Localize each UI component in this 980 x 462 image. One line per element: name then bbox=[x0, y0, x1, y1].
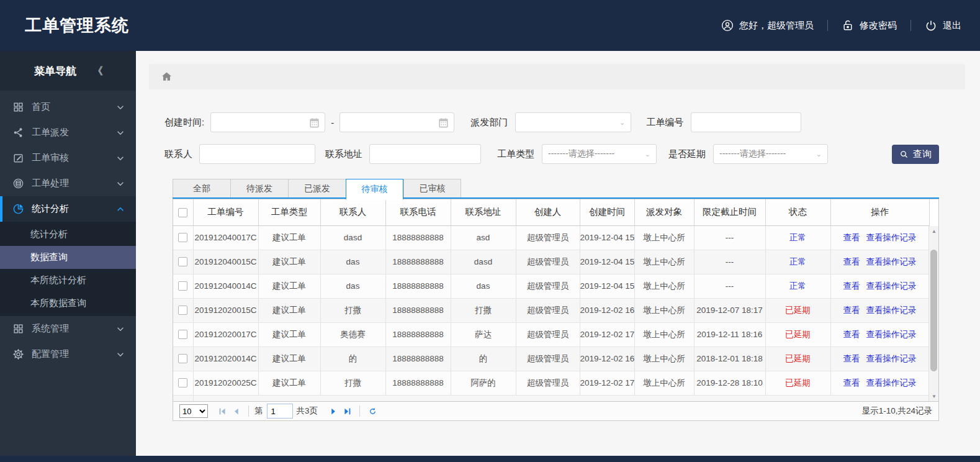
order-no-input[interactable] bbox=[691, 113, 801, 132]
table-row: 201912020015C建议工单打撒18888888888打撒超级管理员201… bbox=[173, 298, 929, 322]
create-time-start-field bbox=[210, 112, 325, 132]
sidebar-subitem-统计分析[interactable]: 统计分析 bbox=[0, 223, 136, 246]
view-log-link[interactable]: 查看操作记录 bbox=[866, 257, 917, 266]
change-password-button[interactable]: 修改密码 bbox=[842, 19, 897, 32]
sidebar-item-首页[interactable]: 首页 bbox=[0, 94, 136, 120]
logout-button[interactable]: 退出 bbox=[925, 19, 961, 32]
tab-已派发[interactable]: 已派发 bbox=[288, 179, 346, 199]
cell-phone: 18888888888 bbox=[385, 274, 451, 298]
sidebar-subitem-数据查询[interactable]: 数据查询 bbox=[0, 246, 136, 269]
sidebar-item-工单审核[interactable]: 工单审核 bbox=[0, 145, 136, 171]
prev-page-button[interactable] bbox=[229, 404, 243, 418]
sidebar: 菜单导航 《 首页工单派发工单审核工单处理统计分析统计分析数据查询本所统计分析本… bbox=[0, 51, 136, 456]
cell-creator: 超级管理员 bbox=[516, 250, 580, 274]
view-log-link[interactable]: 查看操作记录 bbox=[866, 378, 917, 387]
view-link[interactable]: 查看 bbox=[843, 330, 860, 339]
row-checkbox[interactable] bbox=[178, 378, 187, 387]
cell-created: 2019-12-02 17 bbox=[580, 322, 634, 346]
pager-divider bbox=[248, 405, 249, 417]
page-number-input[interactable] bbox=[267, 404, 293, 419]
sidebar-menu: 首页工单派发工单审核工单处理统计分析统计分析数据查询本所统计分析本所数据查询系统… bbox=[0, 91, 136, 367]
delayed-select[interactable]: -------请选择------- ⌄ bbox=[713, 144, 828, 164]
scroll-down-icon[interactable]: ▼ bbox=[929, 391, 939, 401]
sidebar-item-工单处理[interactable]: 工单处理 bbox=[0, 171, 136, 196]
sidebar-collapse-icon[interactable]: 《 bbox=[92, 64, 102, 78]
chevron-down-icon bbox=[116, 129, 125, 137]
cell-status: 已延期 bbox=[765, 346, 830, 371]
last-page-button[interactable] bbox=[340, 404, 354, 418]
sidebar-item-label: 系统管理 bbox=[32, 323, 116, 335]
home-icon[interactable] bbox=[161, 71, 173, 83]
sidebar-item-统计分析[interactable]: 统计分析 bbox=[0, 196, 136, 222]
cell-target: 墩上中心所 bbox=[634, 322, 694, 346]
cell-type: 建议工单 bbox=[258, 274, 320, 298]
row-checkbox[interactable] bbox=[178, 257, 187, 266]
cell-creator: 超级管理员 bbox=[516, 225, 580, 250]
address-field bbox=[369, 144, 481, 164]
sidebar-item-系统管理[interactable]: 系统管理 bbox=[0, 316, 136, 342]
address-input[interactable] bbox=[370, 145, 480, 163]
cell-actions: 查看查看操作记录 bbox=[830, 250, 929, 274]
tab-待审核[interactable]: 待审核 bbox=[346, 179, 403, 200]
cell-order_no: 201912040014C bbox=[193, 274, 258, 298]
cell-deadline: --- bbox=[694, 250, 765, 274]
view-link[interactable]: 查看 bbox=[843, 378, 860, 387]
order-type-select[interactable]: -------请选择------- ⌄ bbox=[542, 144, 657, 164]
sidebar-item-label: 首页 bbox=[32, 101, 116, 113]
dispatch-dept-select[interactable]: ⌄ bbox=[515, 112, 631, 132]
sidebar-item-工单派发[interactable]: 工单派发 bbox=[0, 120, 136, 145]
row-checkbox[interactable] bbox=[178, 281, 187, 291]
calendar-icon[interactable] bbox=[438, 117, 449, 129]
next-page-button[interactable] bbox=[326, 404, 340, 418]
scrollbar-thumb[interactable] bbox=[930, 250, 937, 371]
row-checkbox[interactable] bbox=[178, 233, 187, 242]
contact-input[interactable] bbox=[200, 145, 315, 163]
scroll-up-icon[interactable]: ▲ bbox=[929, 226, 939, 236]
view-log-link[interactable]: 查看操作记录 bbox=[866, 306, 917, 315]
view-link[interactable]: 查看 bbox=[843, 233, 860, 242]
footer-bar bbox=[0, 456, 980, 462]
cell-creator: 超级管理员 bbox=[516, 346, 580, 371]
view-log-link[interactable]: 查看操作记录 bbox=[866, 330, 917, 339]
cell-address: 打撒 bbox=[451, 298, 516, 322]
sidebar-subitem-本所统计分析[interactable]: 本所统计分析 bbox=[0, 269, 136, 292]
sidebar-item-配置管理[interactable]: 配置管理 bbox=[0, 342, 136, 367]
view-link[interactable]: 查看 bbox=[843, 306, 860, 315]
row-checkbox[interactable] bbox=[178, 354, 187, 363]
cell-actions: 查看查看操作记录 bbox=[830, 371, 929, 395]
view-log-link[interactable]: 查看操作记录 bbox=[866, 354, 917, 363]
view-link[interactable]: 查看 bbox=[843, 281, 860, 291]
table-row-partial bbox=[173, 395, 929, 401]
user-greeting[interactable]: 您好，超级管理员 bbox=[721, 19, 814, 32]
tab-已审核[interactable]: 已审核 bbox=[403, 179, 461, 199]
first-page-button[interactable] bbox=[215, 404, 229, 418]
select-all-checkbox[interactable] bbox=[178, 208, 187, 217]
sidebar-subitem-本所数据查询[interactable]: 本所数据查询 bbox=[0, 292, 136, 315]
cell-target: 墩上中心所 bbox=[634, 346, 694, 371]
search-button[interactable]: 查询 bbox=[892, 145, 939, 164]
view-link[interactable]: 查看 bbox=[843, 257, 860, 266]
tab-待派发[interactable]: 待派发 bbox=[230, 179, 288, 199]
sidebar-header: 菜单导航 《 bbox=[0, 51, 136, 91]
cell-address: 阿萨的 bbox=[451, 371, 516, 395]
row-checkbox[interactable] bbox=[178, 330, 187, 339]
cell-deadline: --- bbox=[694, 225, 765, 250]
calendar-icon[interactable] bbox=[308, 117, 320, 129]
chevron-down-icon bbox=[116, 325, 125, 333]
refresh-button[interactable] bbox=[366, 404, 379, 418]
tab-全部[interactable]: 全部 bbox=[173, 179, 230, 199]
create-time-end-input[interactable] bbox=[340, 113, 454, 132]
view-log-link[interactable]: 查看操作记录 bbox=[866, 281, 917, 291]
lock-icon bbox=[842, 19, 854, 32]
view-log-link[interactable]: 查看操作记录 bbox=[866, 233, 917, 242]
table-scrollbar[interactable]: ▲ ▼ bbox=[928, 226, 938, 401]
page-size-select[interactable]: 10 bbox=[179, 404, 208, 418]
sidebar-item-label: 工单处理 bbox=[32, 178, 116, 189]
range-separator: - bbox=[331, 117, 334, 128]
cell-address: dasd bbox=[451, 250, 516, 274]
row-checkbox[interactable] bbox=[178, 306, 187, 315]
cell-status: 已延期 bbox=[765, 298, 830, 322]
create-time-start-input[interactable] bbox=[211, 113, 325, 132]
column-header-创建人: 创建人 bbox=[516, 199, 580, 225]
view-link[interactable]: 查看 bbox=[843, 354, 860, 363]
